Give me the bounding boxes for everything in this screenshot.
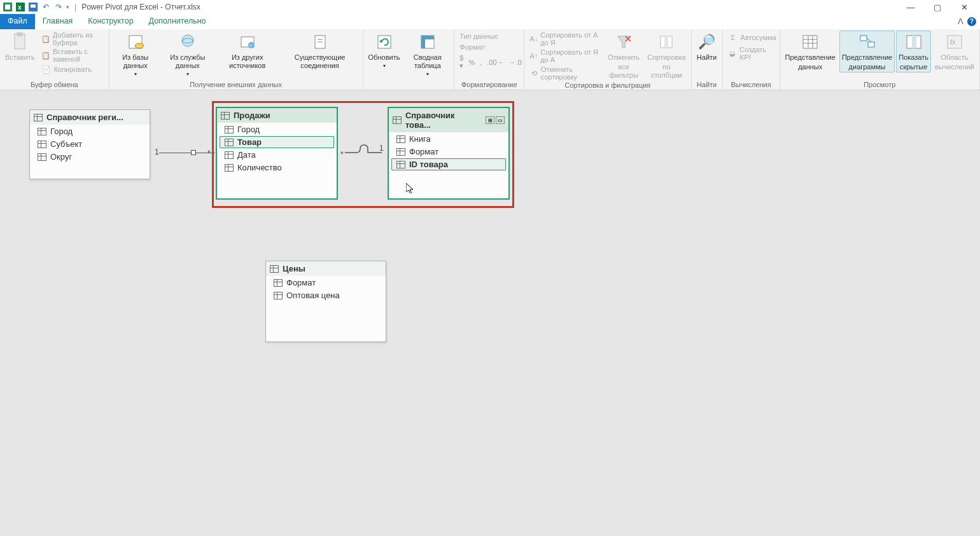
table-header-sales[interactable]: Продажи (217, 108, 337, 123)
refresh-button[interactable]: Обновить▾ (366, 31, 403, 71)
from-service-button[interactable]: Из службы данных▾ (160, 31, 215, 79)
table-title: Справочник реги... (46, 113, 123, 122)
excel-icon: x (15, 2, 25, 12)
field-city[interactable]: Город (220, 123, 334, 135)
field-product-id[interactable]: ID товара (391, 158, 506, 170)
show-hidden-button[interactable]: Показать скрытые (896, 31, 931, 72)
help-icon[interactable]: ? (967, 17, 976, 26)
ribbon-group-external: Из базы данных▾ Из службы данных▾ + Из д… (109, 29, 363, 90)
field-format[interactable]: Формат (391, 146, 506, 158)
clipboard-group-label: Буфер обмена (3, 81, 106, 90)
table-header-regions[interactable]: Справочник реги... (30, 110, 150, 125)
column-icon (225, 139, 234, 146)
external-group-label: Получение внешних данных (112, 81, 360, 90)
tab-design[interactable]: Конструктор (80, 14, 141, 29)
close-button[interactable]: ✕ (960, 3, 969, 12)
field-subject[interactable]: Субъект (32, 138, 147, 150)
data-view-button[interactable]: Представление данных (783, 31, 838, 72)
existing-conn-button[interactable]: Существующие соединения (280, 31, 360, 71)
paste-replace-button[interactable]: 📋Вставить с заменой (39, 47, 106, 64)
clear-sort-button[interactable]: ⟲Отменить сортировку (527, 65, 603, 81)
paste-button[interactable]: Вставить (3, 31, 38, 63)
qat-dropdown[interactable]: ▾ (66, 4, 69, 10)
title-bar: x ↶ ↷ ▾ | Power Pivot для Excel - Отчет.… (0, 0, 980, 14)
column-icon (38, 153, 46, 161)
table-regions[interactable]: Справочник реги... Город Субъект Округ (29, 109, 150, 179)
column-icon (225, 164, 234, 172)
table-title: Продажи (234, 111, 270, 120)
column-icon (274, 279, 283, 287)
from-db-button[interactable]: Из базы данных▾ (112, 31, 159, 79)
autosum-button[interactable]: ΣАвтосумма (725, 32, 779, 43)
column-icon (396, 135, 405, 143)
relation-handle[interactable] (191, 150, 196, 155)
field-wholesale[interactable]: Оптовая цена (269, 289, 383, 301)
sort-by-column-button[interactable]: Сортировка по столбцам (645, 31, 688, 81)
window-title: Power Pivot для Excel - Отчет.xlsx (81, 3, 200, 11)
minimize-button[interactable]: — (906, 3, 915, 12)
svg-point-9 (135, 43, 144, 48)
table-header-products[interactable]: Справочник това... ⊞ ▭ (389, 108, 508, 132)
from-other-button[interactable]: + Из других источников (216, 31, 279, 71)
table-prices[interactable]: Цены Формат Оптовая цена (265, 261, 386, 342)
field-quantity[interactable]: Количество (220, 161, 334, 174)
ribbon: Вставить 📋Добавить из буфера 📋Вставить с… (0, 29, 980, 90)
table-icon (221, 112, 230, 120)
table-title: Справочник това... (405, 111, 482, 130)
field-city[interactable]: Город (32, 125, 147, 137)
svg-point-10 (182, 35, 193, 46)
format-buttons: $ ▾ % , .00→ →.0 (457, 53, 524, 71)
tab-advanced[interactable]: Дополнительно (141, 14, 214, 29)
hierarchy-icon[interactable]: ⊞ (486, 116, 494, 124)
find-button[interactable]: 🔎 Найти (694, 31, 720, 63)
create-kpi-button[interactable]: ◒Создать KPI (725, 45, 779, 62)
ribbon-group-formatting: Тип данных: Формат: $ ▾ % , .00→ →.0 Фор… (454, 29, 524, 90)
maximize-icon[interactable]: ▭ (496, 116, 505, 124)
table-sales[interactable]: Продажи Город Товар Дата Количество (216, 107, 337, 199)
data-type-dropdown[interactable]: Тип данных: (457, 32, 524, 41)
sort-az-button[interactable]: A↓Сортировать от А до Я (527, 31, 603, 47)
tab-home[interactable]: Главная (35, 14, 81, 29)
table-icon (270, 265, 279, 273)
field-district[interactable]: Округ (32, 151, 147, 163)
svg-text:fx: fx (950, 38, 956, 46)
ribbon-collapse-icon[interactable]: ᐱ (958, 17, 963, 26)
decrease-decimal-button[interactable]: →.0 (509, 58, 522, 66)
field-book[interactable]: Книга (391, 133, 506, 145)
view-group-label: Просмотр (783, 81, 977, 90)
redo-icon[interactable]: ↷ (53, 2, 64, 12)
column-icon (38, 128, 46, 135)
field-format[interactable]: Формат (269, 277, 383, 289)
quick-access-toolbar: x ↶ ↷ ▾ (3, 2, 69, 12)
app-icon (3, 2, 13, 12)
table-icon (34, 114, 43, 121)
calc-area-button[interactable]: fx Область вычислений (932, 31, 977, 72)
format-dropdown[interactable]: Формат: (457, 43, 524, 52)
currency-button[interactable]: $ ▾ (459, 54, 463, 70)
maximize-button[interactable]: ▢ (933, 3, 942, 12)
clear-filters-button[interactable]: Отменить все фильтры (604, 31, 643, 81)
percent-button[interactable]: % (468, 58, 475, 66)
table-title: Цены (283, 264, 305, 273)
sort-za-button[interactable]: A↑Сортировать от Я до А (527, 48, 603, 64)
paste-append-button[interactable]: 📋Добавить из буфера (39, 31, 106, 47)
relation-line-sales-products[interactable] (345, 144, 383, 160)
diagram-canvas[interactable]: 1 * * 1 Справочник реги... Город Субъект… (0, 90, 980, 536)
comma-button[interactable]: , (480, 58, 482, 66)
field-date[interactable]: Дата (220, 149, 334, 161)
undo-icon[interactable]: ↶ (41, 2, 51, 12)
increase-decimal-button[interactable]: .00→ (487, 58, 503, 66)
copy-button[interactable]: 📄Копировать (39, 64, 106, 75)
relation-label-one: 1 (379, 144, 384, 153)
relation-line-regions-sales[interactable] (159, 153, 215, 153)
diagram-view-button[interactable]: Представление диаграммы (839, 31, 895, 72)
column-icon (396, 161, 405, 168)
table-header-prices[interactable]: Цены (266, 261, 386, 276)
field-product[interactable]: Товар (220, 136, 334, 148)
svg-rect-1 (5, 4, 10, 10)
tab-file[interactable]: Файл (0, 14, 35, 29)
svg-line-33 (867, 38, 871, 42)
pivot-table-button[interactable]: Сводная таблица▾ (403, 31, 451, 79)
ribbon-group-calc: ΣАвтосумма ◒Создать KPI Вычисления (723, 29, 780, 90)
save-icon[interactable] (28, 2, 38, 12)
